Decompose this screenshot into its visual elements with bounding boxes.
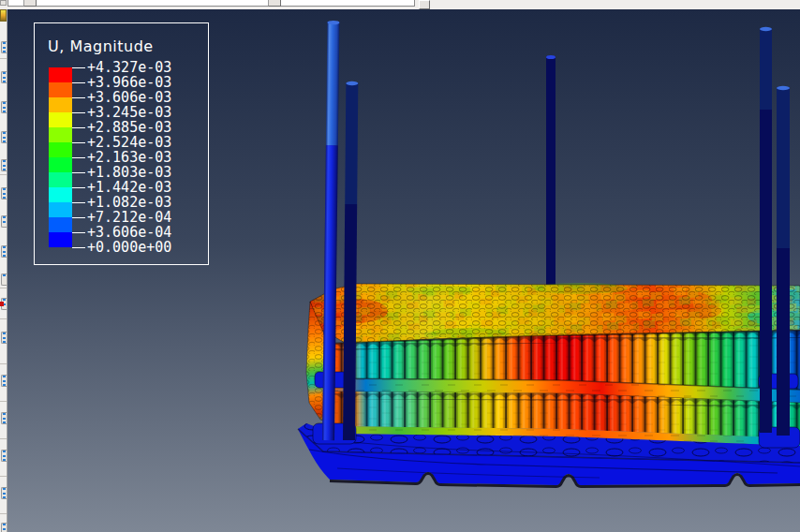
top-toolbar-fragment xyxy=(0,0,800,9)
legend-tick xyxy=(72,157,85,158)
toolbar-field-fragment[interactable] xyxy=(7,0,415,7)
tie-rod-right-1 xyxy=(760,27,772,433)
legend-value: +2.163e-03 xyxy=(87,150,171,165)
toolbar-mini-button[interactable] xyxy=(23,0,37,7)
toolbar-icon-fragment[interactable] xyxy=(1,332,7,344)
legend-swatch xyxy=(49,187,72,202)
legend-swatch xyxy=(49,202,72,217)
legend-tick xyxy=(72,217,85,218)
left-toolbar-fragment xyxy=(0,9,7,532)
legend-swatch xyxy=(49,157,72,172)
legend-swatch xyxy=(49,82,72,97)
legend-tick xyxy=(72,97,85,98)
legend-title: U, Magnitude xyxy=(48,37,154,55)
toolbar-icon-fragment[interactable] xyxy=(1,412,7,424)
toolbar-mini-button[interactable] xyxy=(268,0,281,7)
legend-value: +1.803e-03 xyxy=(87,165,171,180)
legend-tick xyxy=(72,202,85,203)
toolbar-icon-fragment[interactable] xyxy=(1,273,7,286)
legend-tick xyxy=(72,232,85,233)
legend-value: +0.000e+00 xyxy=(87,240,171,255)
toolbar-icon-fragment[interactable] xyxy=(1,187,7,200)
legend-value: +3.606e-03 xyxy=(87,90,171,105)
toolbar-icon-fragment[interactable] xyxy=(1,41,7,53)
abaqus-viewport-screenshot: U, Magnitude +4.327e-03+3.966e-03+3.606e… xyxy=(0,0,800,532)
legend-swatch xyxy=(49,232,72,247)
legend-value: +7.212e-04 xyxy=(87,210,171,225)
toolbar-icon-fragment[interactable] xyxy=(1,131,7,143)
legend-swatch xyxy=(49,97,72,112)
legend-tick xyxy=(72,112,85,113)
viewport[interactable]: U, Magnitude +4.327e-03+3.966e-03+3.606e… xyxy=(7,9,800,532)
legend-swatch xyxy=(49,217,72,232)
legend-value: +3.966e-03 xyxy=(87,75,171,90)
corner-widget-fragment xyxy=(0,0,7,6)
toolbar-button-fragment[interactable] xyxy=(419,0,430,9)
legend-tick xyxy=(72,172,85,173)
legend-value: +2.885e-03 xyxy=(87,120,171,135)
red-indicator-fragment xyxy=(0,302,4,306)
legend-value: +1.082e-03 xyxy=(87,195,171,210)
legend-value: +1.442e-03 xyxy=(87,180,171,195)
toolbar-icon-fragment[interactable] xyxy=(1,215,7,228)
legend-value: +3.245e-03 xyxy=(87,105,171,120)
toolbar-icon-fragment[interactable] xyxy=(1,487,7,499)
toolbar-icon-fragment[interactable] xyxy=(1,450,7,462)
legend-value: +2.524e-03 xyxy=(87,135,171,150)
legend-swatch xyxy=(49,172,72,187)
toolbar-icon-fragment[interactable] xyxy=(1,375,7,387)
legend-tick xyxy=(72,247,85,248)
legend-value: +3.606e-04 xyxy=(87,225,171,240)
legend-tick xyxy=(72,82,85,83)
toolbar-icon-fragment[interactable] xyxy=(1,71,7,83)
legend-tick xyxy=(72,187,85,188)
legend-tick xyxy=(72,142,85,143)
legend-swatch xyxy=(49,127,72,142)
toolbar-icon-fragment[interactable] xyxy=(0,9,7,22)
toolbar-icon-fragment[interactable] xyxy=(1,159,7,171)
tie-rod-right-2 xyxy=(777,86,790,436)
legend-tick xyxy=(72,127,85,128)
legend-tick xyxy=(72,67,85,68)
toolbar-icon-fragment[interactable] xyxy=(1,101,7,113)
toolbar-icon-fragment[interactable] xyxy=(1,245,7,258)
legend-swatch xyxy=(49,142,72,157)
legend-swatch xyxy=(49,67,72,82)
legend-value: +4.327e-03 xyxy=(87,60,171,75)
contour-legend: U, Magnitude +4.327e-03+3.966e-03+3.606e… xyxy=(34,22,209,265)
legend-swatch xyxy=(49,112,72,127)
toolbar-icon-fragment[interactable] xyxy=(1,523,7,532)
